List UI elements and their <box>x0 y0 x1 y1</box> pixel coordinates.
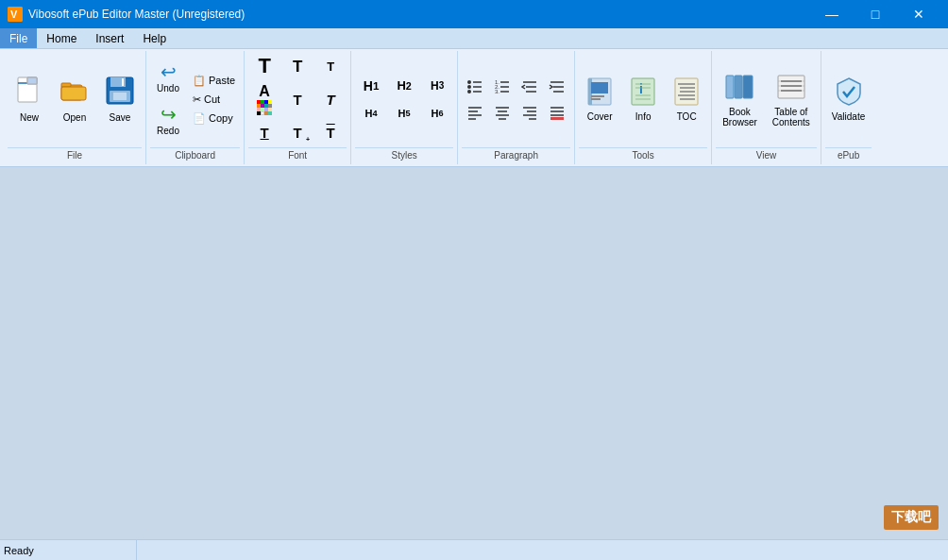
close-button[interactable]: ✕ <box>897 0 940 28</box>
font-italic-button[interactable]: T <box>314 86 347 112</box>
validate-button[interactable]: Validate <box>825 66 872 132</box>
new-label: New <box>20 112 39 123</box>
font-color-swatch: A <box>257 83 272 115</box>
cover-button[interactable]: Cover <box>579 66 620 132</box>
styles-group-label: Styles <box>355 147 453 162</box>
minimize-button[interactable]: — <box>810 0 854 28</box>
menu-insert[interactable]: Insert <box>86 28 133 48</box>
cover-label: Cover <box>587 111 613 122</box>
font-group-content: T T T A <box>248 53 347 145</box>
view-group-content: BookBrowser <box>716 53 817 145</box>
h2-button[interactable]: H2 <box>388 73 420 99</box>
svg-point-13 <box>467 80 471 84</box>
font-bold-button[interactable]: T <box>281 86 313 112</box>
open-icon <box>59 76 90 110</box>
clipboard-group-label: Clipboard <box>150 147 240 162</box>
cover-icon <box>586 76 613 110</box>
status-text: Ready <box>4 545 136 556</box>
book-browser-button[interactable]: BookBrowser <box>716 66 764 132</box>
increase-indent-button[interactable] <box>544 75 570 99</box>
table-of-contents-icon <box>776 72 806 105</box>
toc-button[interactable]: TOC <box>666 66 707 132</box>
tools-group-content: Cover i I <box>579 53 707 145</box>
main-content: 下载吧 <box>0 167 948 539</box>
info-label: Info <box>635 111 652 122</box>
table-of-contents-label: Table ofContents <box>772 107 810 127</box>
open-label: Open <box>63 112 86 123</box>
ribbon-group-font: T T T A <box>245 51 351 164</box>
svg-text:3.: 3. <box>495 89 499 94</box>
open-button[interactable]: Open <box>53 66 96 132</box>
info-icon: i <box>630 76 656 110</box>
cut-button[interactable]: ✂ Cut <box>188 91 240 109</box>
svg-rect-46 <box>550 117 564 120</box>
view-group-label: View <box>716 147 817 162</box>
paste-button[interactable]: 📋 Paste <box>188 72 240 90</box>
tools-group-label: Tools <box>579 147 707 162</box>
decrease-indent-button[interactable] <box>516 75 543 99</box>
tools-buttons-row: Cover i I <box>579 66 707 132</box>
cut-label: Cut <box>204 93 220 105</box>
justify-button[interactable] <box>544 100 570 125</box>
save-label: Save <box>110 112 131 123</box>
svg-rect-6 <box>61 83 71 87</box>
font-group-label: Font <box>248 147 347 162</box>
view-buttons-row: BookBrowser <box>716 66 817 132</box>
svg-rect-49 <box>591 82 608 93</box>
book-browser-icon <box>724 72 754 105</box>
font-color-button[interactable]: A <box>248 80 280 118</box>
undo-button[interactable]: ↩ Undo <box>150 58 186 98</box>
redo-label: Redo <box>157 126 179 136</box>
h5-button[interactable]: H5 <box>388 100 420 127</box>
window-title: Vibosoft ePub Editor Master (Unregistere… <box>28 8 245 21</box>
restore-button[interactable]: □ <box>854 0 897 28</box>
ribbon-group-tools: Cover i I <box>575 51 712 164</box>
align-left-button[interactable] <box>462 100 488 125</box>
book-browser-label: BookBrowser <box>722 107 757 127</box>
app-icon: V <box>8 7 23 22</box>
menu-help[interactable]: Help <box>133 28 176 48</box>
h3-button[interactable]: H3 <box>421 73 453 99</box>
font-sub2-button[interactable]: T <box>314 119 347 145</box>
svg-rect-7 <box>61 87 86 100</box>
h6-button[interactable]: H6 <box>421 100 453 127</box>
ribbon-group-clipboard: ↩ Undo ↪ Redo 📋 Paste ✂ <box>146 51 245 164</box>
redo-icon: ↪ <box>161 105 177 124</box>
paste-cut-copy-stack: 📋 Paste ✂ Cut 📄 Copy <box>188 72 240 127</box>
svg-text:V: V <box>10 8 18 20</box>
toc-icon <box>673 76 700 110</box>
table-of-contents-button[interactable]: Table ofContents <box>766 66 817 132</box>
paste-icon: 📋 <box>193 75 206 87</box>
bullet-list-button[interactable] <box>462 75 488 99</box>
undo-icon: ↩ <box>161 62 177 81</box>
styles-group-content: H1 H2 H3 H4 H5 H6 <box>355 53 453 145</box>
svg-rect-50 <box>591 95 604 97</box>
font-t-large-button[interactable]: T <box>248 53 280 79</box>
info-button[interactable]: i Info <box>622 66 664 132</box>
new-icon <box>14 76 44 110</box>
font-t-small-button[interactable]: T <box>314 53 347 79</box>
font-sub1-button[interactable]: T+ <box>281 119 313 145</box>
align-center-button[interactable] <box>489 100 516 125</box>
validate-label: Validate <box>832 111 865 122</box>
ribbon-content: New Open <box>0 49 948 166</box>
ribbon-group-styles: H1 H2 H3 H4 H5 H6 Styles <box>351 51 458 164</box>
font-t-medium-button[interactable]: T <box>281 53 313 79</box>
numbered-list-button[interactable]: 1.2.3. <box>489 75 516 99</box>
clipboard-group-content: ↩ Undo ↪ Redo 📋 Paste ✂ <box>150 53 240 145</box>
h1-button[interactable]: H1 <box>355 73 387 99</box>
ribbon-group-epub: Validate ePub <box>821 51 875 164</box>
menu-file[interactable]: File <box>0 28 37 48</box>
copy-button[interactable]: 📄 Copy <box>188 110 240 127</box>
new-button[interactable]: New <box>8 66 51 132</box>
align-right-button[interactable] <box>516 100 543 125</box>
font-underline-button[interactable]: T <box>248 119 280 145</box>
svg-point-15 <box>467 85 471 89</box>
validate-icon <box>834 76 864 110</box>
save-button[interactable]: Save <box>98 66 142 132</box>
paste-label: Paste <box>209 75 235 86</box>
ribbon: New Open <box>0 49 948 167</box>
redo-button[interactable]: ↪ Redo <box>150 100 186 141</box>
menu-home[interactable]: Home <box>37 28 86 48</box>
h4-button[interactable]: H4 <box>355 100 387 127</box>
